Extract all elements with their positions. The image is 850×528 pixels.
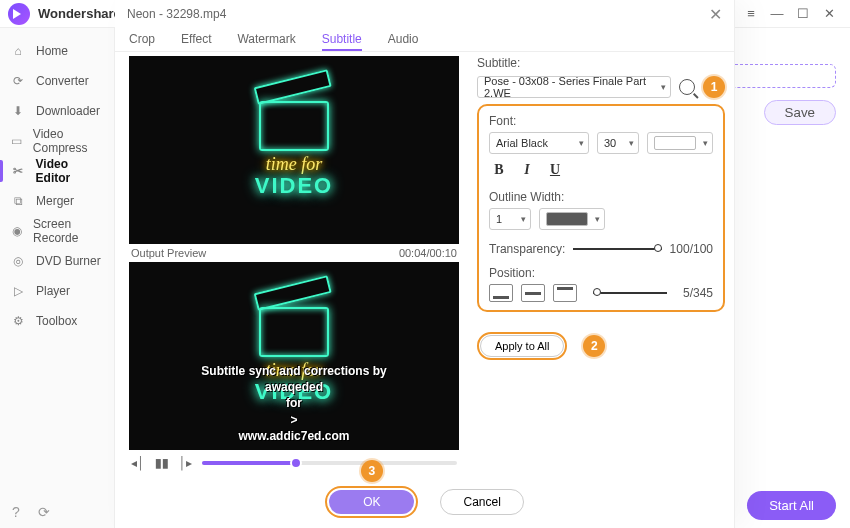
preview-time: 00:04/00:10 (399, 247, 457, 259)
outline-label: Outline Width: (489, 190, 713, 204)
cancel-button[interactable]: Cancel (440, 489, 523, 515)
tab-effect[interactable]: Effect (181, 32, 211, 51)
output-preview: time for VIDEO Subtitle sync and correct… (129, 262, 459, 450)
play-icon: ▷ (10, 283, 26, 299)
sidebar-item-label: Player (36, 284, 70, 298)
modal-title: Neon - 32298.mp4 (127, 7, 226, 21)
subtitle-label: Subtitle: (477, 56, 725, 70)
sidebar-item-screen-recorder[interactable]: ◉Screen Recorde (0, 216, 114, 246)
position-label: Position: (489, 266, 713, 280)
tab-audio[interactable]: Audio (388, 32, 419, 51)
sidebar-item-label: Screen Recorde (33, 217, 104, 245)
neon-text-1: time for (255, 155, 333, 173)
tab-watermark[interactable]: Watermark (237, 32, 295, 51)
position-slider[interactable] (593, 292, 667, 294)
sidebar-item-merger[interactable]: ⧉Merger (0, 186, 114, 216)
apply-highlight: Apply to All (477, 332, 567, 360)
sidebar-item-downloader[interactable]: ⬇Downloader (0, 96, 114, 126)
ok-highlight: 3 OK (325, 486, 418, 518)
preview-label: Output Preview (131, 247, 206, 259)
sidebar-item-label: Downloader (36, 104, 100, 118)
position-middle-button[interactable] (521, 284, 545, 302)
sidebar-item-label: Converter (36, 74, 89, 88)
prev-button[interactable]: ◂│ (131, 456, 145, 470)
transparency-slider[interactable] (573, 248, 661, 250)
seek-knob[interactable] (290, 457, 302, 469)
toolbox-icon: ⚙ (10, 313, 26, 329)
close-button[interactable]: ✕ (816, 4, 842, 24)
hamburger-icon[interactable]: ≡ (738, 4, 764, 24)
sidebar-item-toolbox[interactable]: ⚙Toolbox (0, 306, 114, 336)
sidebar-item-converter[interactable]: ⟳Converter (0, 66, 114, 96)
color-swatch (654, 136, 696, 150)
sidebar: ⌂Home ⟳Converter ⬇Downloader ▭Video Comp… (0, 28, 115, 528)
font-panel-highlight: Font: Arial Black 30 B I U Outline Width… (477, 104, 725, 312)
tab-subtitle[interactable]: Subtitle (322, 32, 362, 51)
position-bottom-button[interactable] (489, 284, 513, 302)
font-label: Font: (489, 114, 713, 128)
sidebar-item-home[interactable]: ⌂Home (0, 36, 114, 66)
compress-icon: ▭ (10, 133, 23, 149)
search-subtitle-icon[interactable] (679, 79, 695, 95)
apply-to-all-button[interactable]: Apply to All (480, 335, 564, 357)
sidebar-item-label: Home (36, 44, 68, 58)
sidebar-item-label: Video Editor (36, 157, 104, 185)
annotation-3: 3 (361, 460, 383, 482)
minimize-button[interactable]: — (764, 4, 790, 24)
font-name-select[interactable]: Arial Black (489, 132, 589, 154)
color-swatch (546, 212, 588, 226)
seek-track[interactable] (202, 461, 457, 465)
editor-icon: ✂ (10, 163, 26, 179)
sidebar-item-video-editor[interactable]: ✂Video Editor (0, 156, 114, 186)
neon-text-2: VIDEO (255, 173, 333, 199)
sidebar-item-player[interactable]: ▷Player (0, 276, 114, 306)
italic-button[interactable]: I (517, 160, 537, 180)
save-button[interactable]: Save (764, 100, 836, 125)
record-icon: ◉ (10, 223, 23, 239)
subtitle-overlay: Subtitle sync and corrections by awaqede… (129, 363, 459, 444)
pause-button[interactable]: ▮▮ (155, 456, 169, 470)
home-icon: ⌂ (10, 43, 26, 59)
dvd-icon: ◎ (10, 253, 26, 269)
position-value: 5/345 (683, 286, 713, 300)
next-button[interactable]: │▸ (179, 456, 193, 470)
editor-tabs: Crop Effect Watermark Subtitle Audio (115, 28, 734, 52)
subtitle-file-select[interactable]: Pose - 03x08 - Series Finale Part 2.WE (477, 76, 671, 98)
annotation-1: 1 (703, 76, 725, 98)
player-controls: ◂│ ▮▮ │▸ (129, 450, 459, 476)
transparency-label: Transparency: (489, 242, 565, 256)
tab-crop[interactable]: Crop (129, 32, 155, 51)
sidebar-item-label: DVD Burner (36, 254, 101, 268)
outline-width-select[interactable]: 1 (489, 208, 531, 230)
converter-icon: ⟳ (10, 73, 26, 89)
clapperboard-icon (259, 101, 329, 151)
app-name: Wondershare (38, 6, 121, 21)
font-color-select[interactable] (647, 132, 713, 154)
sidebar-item-label: Toolbox (36, 314, 77, 328)
start-all-button[interactable]: Start All (747, 491, 836, 520)
download-icon: ⬇ (10, 103, 26, 119)
sidebar-item-dvd-burner[interactable]: ◎DVD Burner (0, 246, 114, 276)
ok-button[interactable]: OK (329, 490, 414, 514)
maximize-button[interactable]: ☐ (790, 4, 816, 24)
app-logo-icon (8, 3, 30, 25)
annotation-2: 2 (583, 335, 605, 357)
bold-button[interactable]: B (489, 160, 509, 180)
outline-color-select[interactable] (539, 208, 605, 230)
help-icon[interactable]: ? (12, 504, 20, 520)
sidebar-item-label: Merger (36, 194, 74, 208)
slider-knob[interactable] (654, 244, 662, 252)
position-top-button[interactable] (553, 284, 577, 302)
source-preview: time for VIDEO (129, 56, 459, 244)
slider-knob[interactable] (593, 288, 601, 296)
modal-close-icon[interactable]: ✕ (709, 5, 722, 24)
sidebar-item-video-compress[interactable]: ▭Video Compress (0, 126, 114, 156)
editor-modal: Neon - 32298.mp4 ✕ Crop Effect Watermark… (115, 0, 735, 528)
refresh-icon[interactable]: ⟳ (38, 504, 50, 520)
transparency-value: 100/100 (670, 242, 713, 256)
merger-icon: ⧉ (10, 193, 26, 209)
seek-progress (202, 461, 296, 465)
clapperboard-icon (259, 307, 329, 357)
underline-button[interactable]: U (545, 160, 565, 180)
font-size-select[interactable]: 30 (597, 132, 639, 154)
